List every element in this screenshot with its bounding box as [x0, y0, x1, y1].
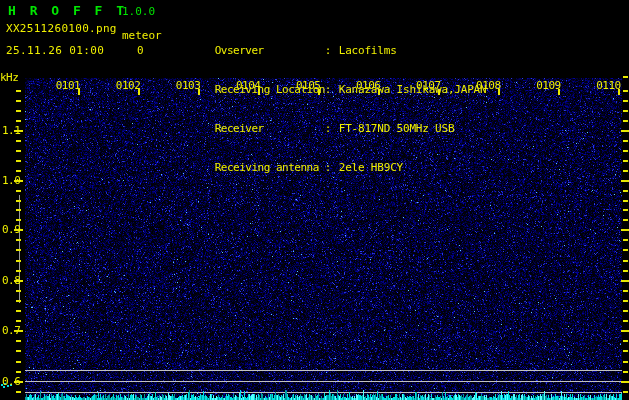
- info-label: Receiver: [215, 122, 325, 135]
- info-row-antenna: Receiving antenna:2ele HB9CY: [178, 148, 486, 161]
- time-tick-label: 0102: [115, 79, 141, 92]
- freq-tick-label: 1.1: [2, 124, 22, 137]
- info-label: Ovserver: [215, 44, 325, 57]
- freq-tick-label: 1.0: [2, 174, 22, 187]
- meteor-count: 0: [137, 44, 144, 57]
- info-value: Lacofilms: [339, 44, 397, 57]
- app-version: 1.0.0: [122, 5, 155, 18]
- info-label: Receiving antenna: [215, 161, 325, 174]
- info-row-receiver: Receiver:FT-817ND 50MHz USB: [178, 109, 486, 122]
- time-tick-label: 0104: [235, 79, 261, 92]
- freq-axis-labels: 1.1 1.0 0.9 0.8 0.7 0.6: [0, 0, 39, 152]
- observation-mode: meteor: [122, 29, 162, 42]
- observation-info-block: Ovserver:Lacofilms Receiving Location:Ka…: [178, 5, 486, 187]
- info-row-observer: Ovserver:Lacofilms: [178, 31, 486, 44]
- info-value: 2ele HB9CY: [339, 161, 403, 174]
- time-tick-label: 0101: [55, 79, 81, 92]
- time-tick-label: 0108: [475, 79, 501, 92]
- info-separator: :: [325, 44, 339, 57]
- freq-tick-label: 0.6: [2, 375, 22, 388]
- time-tick-label: 0105: [295, 79, 321, 92]
- time-tick-label: 0109: [535, 79, 561, 92]
- time-tick-label: 0106: [355, 79, 381, 92]
- time-tick-label: 0107: [415, 79, 441, 92]
- time-tick-label: 0110: [595, 79, 621, 92]
- info-separator: :: [325, 83, 339, 96]
- info-value: FT-817ND 50MHz USB: [339, 122, 455, 135]
- freq-tick-label: 0.9: [2, 223, 22, 236]
- time-tick-label: 0103: [175, 79, 201, 92]
- freq-tick-label: 0.7: [2, 324, 22, 337]
- hrofft-output-image: H R O F F T 1.0.0 XX2511260100.png meteo…: [0, 0, 629, 400]
- freq-tick-label: 0.8: [2, 274, 22, 287]
- info-separator: :: [325, 161, 339, 174]
- info-separator: :: [325, 122, 339, 135]
